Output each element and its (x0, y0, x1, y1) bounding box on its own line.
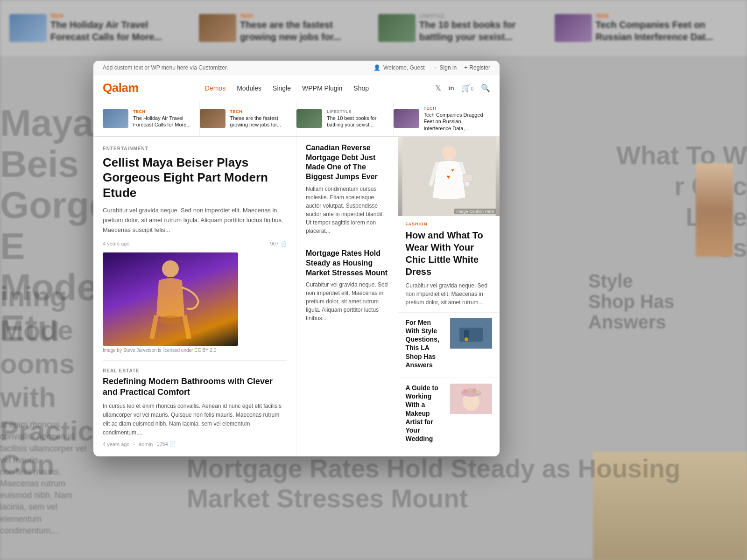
nav-link-shop[interactable]: Shop (353, 84, 369, 92)
feature-image (103, 252, 238, 346)
twitter-icon[interactable]: 𝕏 (435, 84, 441, 92)
svg-point-15 (468, 388, 472, 392)
meta-dot: • (133, 441, 135, 447)
fashion-image: ♥ ♥ Image Caption Here (398, 137, 500, 216)
bg-bottom-left: at enim rhoncus convallis. Aenean id fac… (0, 419, 93, 537)
secondary-date: 4 years ago (103, 441, 129, 447)
views-icon: 📄 (280, 241, 287, 246)
feature-excerpt: Curabitur vel gravida neque. Sed non imp… (103, 206, 287, 235)
ticker-content-0: TECH The Holiday Air Travel Forecast Cal… (133, 109, 195, 128)
middle-excerpt-0: Nullam condimentum cursus molestie. Etia… (306, 185, 388, 235)
right-feature-excerpt: Curabitur vel gravida neque. Sed non imp… (406, 281, 493, 307)
ticker-item-1: TECH These are the fastest growing new j… (200, 101, 297, 136)
right-secondary-title-1[interactable]: A Guide to Working With a Makeup Artist … (406, 384, 445, 443)
svg-text:♥: ♥ (451, 168, 454, 173)
nav-link-demos[interactable]: Demos (205, 84, 226, 92)
right-secondary-thumb-0 (450, 318, 492, 349)
svg-point-0 (162, 260, 179, 277)
secondary-views: 1054 📄 (156, 441, 176, 447)
svg-point-16 (472, 388, 476, 392)
right-feature-title[interactable]: How and What To Wear With Your Chic Litt… (406, 229, 493, 278)
middle-title-1[interactable]: Mortgage Rates Hold Steady as Housing Ma… (306, 249, 388, 278)
feature-image-caption: Image by Steve Jurvetson is licensed und… (103, 348, 287, 353)
customize-text: Add custom text or WP menu here via Cust… (103, 64, 228, 71)
ticker-thumb-0 (103, 109, 128, 128)
right-feature-category: FASHION (406, 222, 493, 226)
feature-category: ENTERTAINMENT (103, 146, 287, 151)
middle-excerpt-1: Curabitur vel gravida neque. Sed non imp… (306, 280, 388, 322)
top-bar: Add custom text or WP menu here via Cust… (93, 61, 500, 75)
modal-window: Add custom text or WP menu here via Cust… (93, 61, 500, 456)
secondary-title[interactable]: Redefining Modern Bathrooms with Clever … (103, 376, 287, 398)
ticker-thumb-1 (200, 109, 226, 128)
feature-meta: 4 years ago 907 📄 (103, 241, 287, 247)
feature-meta-left: 4 years ago (103, 241, 129, 246)
search-icon[interactable]: 🔍 (481, 84, 490, 92)
ticker-title-1[interactable]: These are the fastest growing new jobs f… (230, 115, 292, 128)
nav-link-modules[interactable]: Modules (237, 84, 261, 92)
fashion-svg: ♥ ♥ (398, 137, 500, 216)
ticker-cat-2: LIFESTYLE (327, 109, 388, 114)
ticker-title-0[interactable]: The Holiday Air Travel Forecast Calls fo… (133, 115, 195, 128)
welcome-text: 👤 Welcome, Guest (374, 64, 425, 71)
ticker-content-1: TECH These are the fastest growing new j… (230, 109, 292, 128)
svg-point-1 (159, 315, 182, 325)
right-column: ♥ ♥ Image Caption Here FASHION How and W… (398, 137, 500, 456)
top-bar-right: 👤 Welcome, Guest → Sign in + Register (374, 64, 490, 71)
nav-link-wppm[interactable]: WPPM Plugin (302, 84, 342, 92)
fashion-figure: ♥ ♥ (398, 137, 500, 216)
signin-icon: → (432, 64, 438, 71)
fashion-image-caption: Image Caption Here (454, 209, 496, 214)
men-thumb-svg (450, 318, 492, 349)
ticker-thumb-2 (296, 109, 322, 128)
middle-title-0[interactable]: Canadian Reverse Mortgage Debt Just Made… (306, 143, 388, 182)
middle-column: Canadian Reverse Mortgage Debt Just Made… (296, 137, 398, 456)
ticker-title-3[interactable]: Tech Companies Dragged Feet on Russian I… (424, 112, 486, 132)
secondary-article-left: REAL ESTATE Redefining Modern Bathrooms … (103, 368, 287, 448)
feature-title[interactable]: Cellist Maya Beiser Plays Gorgeous Eight… (103, 155, 287, 201)
right-secondary-title-0[interactable]: For Men With Style Questions, This LA Sh… (406, 318, 445, 369)
bg-headline-1: The Holiday Air Travel Forecast Calls fo… (50, 19, 180, 43)
secondary-category: REAL ESTATE (103, 368, 287, 373)
right-secondary-content-1: A Guide to Working With a Makeup Artist … (406, 384, 445, 446)
ticker-cat-1: TECH (230, 109, 292, 114)
ticker-title-2[interactable]: The 10 best books for battling your sexi… (327, 115, 388, 128)
svg-point-14 (463, 389, 467, 393)
feature-article: ENTERTAINMENT Cellist Maya Beiser Plays … (103, 146, 287, 353)
cart-icon[interactable]: 🛒0 (461, 84, 473, 92)
right-secondary-0: For Men With Style Questions, This LA Sh… (398, 312, 500, 378)
nav-link-single[interactable]: Single (273, 84, 291, 92)
right-area: Canadian Reverse Mortgage Debt Just Made… (296, 137, 500, 456)
views-icon-2: 📄 (169, 441, 176, 447)
wedding-thumb-svg (450, 384, 492, 414)
svg-text:♥: ♥ (446, 174, 450, 180)
feature-date: 4 years ago (103, 241, 129, 246)
right-secondary-thumb-1 (450, 384, 492, 414)
bg-right-article: StyleShop Has Answers (588, 271, 747, 332)
left-column: ENTERTAINMENT Cellist Maya Beiser Plays … (93, 137, 296, 456)
secondary-excerpt: In cursus leo et enim rhoncus convallis.… (103, 402, 287, 438)
cellist-figure (103, 252, 238, 346)
main-content: ENTERTAINMENT Cellist Maya Beiser Plays … (93, 137, 500, 456)
svg-point-3 (442, 146, 456, 161)
right-secondary-content-0: For Men With Style Questions, This LA Sh… (406, 318, 445, 372)
svg-rect-8 (459, 328, 483, 342)
divider-1 (103, 360, 287, 361)
nav-icons: 𝕏 in 🛒0 🔍 (435, 84, 490, 92)
ticker-thumb-3 (394, 109, 419, 128)
register-link[interactable]: + Register (464, 64, 490, 71)
ticker-cat-0: TECH (133, 109, 195, 114)
signin-link[interactable]: → Sign in (432, 64, 457, 71)
linkedin-icon[interactable]: in (449, 84, 454, 91)
nav-logo[interactable]: Qalam (103, 81, 139, 95)
bg-bottom-text: Mortgage Rates Hold Steady as HousingMar… (187, 454, 680, 513)
bg-headline-3: The 10 best books for battling your sexi… (419, 19, 536, 43)
nav-links: Demos Modules Single WPPM Plugin Shop (205, 84, 369, 92)
middle-article-0: Canadian Reverse Mortgage Debt Just Made… (296, 137, 398, 242)
secondary-meta: 4 years ago • admin 1054 📄 (103, 441, 287, 447)
svg-point-17 (476, 390, 480, 394)
ticker-item-2: LIFESTYLE The 10 best books for battling… (296, 101, 394, 136)
bg-coffee-image (696, 163, 733, 257)
ticker-item-0: TECH The Holiday Air Travel Forecast Cal… (103, 101, 200, 136)
register-icon: + (464, 64, 467, 71)
